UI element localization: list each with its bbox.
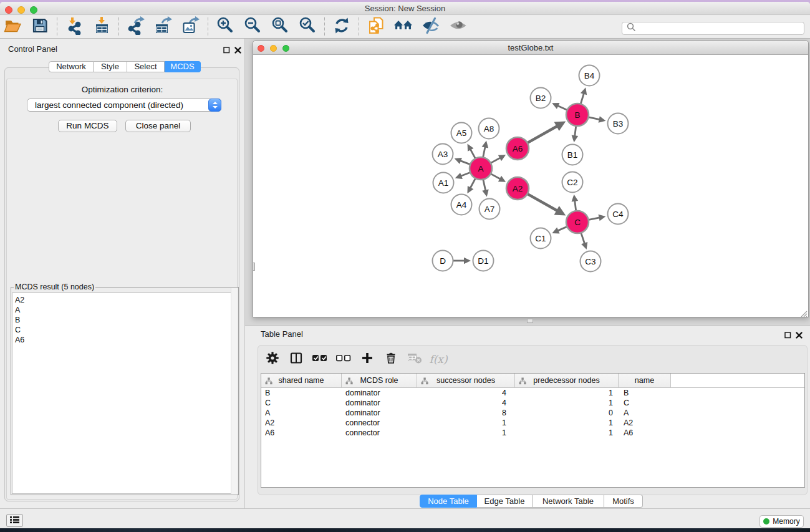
graph-node-b3[interactable]: B3 <box>608 114 629 134</box>
table-row-b[interactable]: Bdominator41B <box>261 388 804 398</box>
graph-node-c4[interactable]: C4 <box>608 204 629 225</box>
graph-node-b4[interactable]: B4 <box>579 65 600 86</box>
close-table-panel-icon[interactable] <box>796 330 803 341</box>
graph-node-d[interactable]: D <box>433 251 453 271</box>
graph-node-a7[interactable]: A7 <box>480 199 500 220</box>
export-network-button[interactable] <box>122 16 150 37</box>
save-icon <box>31 16 49 37</box>
result-item-a[interactable]: A <box>12 305 237 315</box>
graph-node-c2[interactable]: C2 <box>562 172 583 193</box>
optimization-criterion-select[interactable]: largest connected component (directed) <box>27 99 221 112</box>
zoom-selected-button[interactable] <box>294 16 321 37</box>
tab-edge-table[interactable]: Edge Table <box>477 495 533 508</box>
hide-graphics-details-button[interactable] <box>417 16 445 37</box>
mcds-result-list[interactable]: A2ABCA6 <box>12 293 238 494</box>
show-column-panel-button[interactable] <box>284 350 308 369</box>
delete-columns-button[interactable] <box>379 350 403 369</box>
graph-node-b1[interactable]: B1 <box>562 145 583 165</box>
table-row-a6[interactable]: A6connector11A6 <box>261 428 804 438</box>
graph-node-a6[interactable]: A6 <box>506 137 529 160</box>
graph-node-a3[interactable]: A3 <box>433 144 453 165</box>
resize-grip-icon[interactable] <box>800 309 808 316</box>
tab-mcds[interactable]: MCDS <box>165 61 201 72</box>
select-all-columns-button[interactable] <box>308 350 332 369</box>
result-item-a2[interactable]: A2 <box>12 295 237 305</box>
graph-node-c1[interactable]: C1 <box>531 228 551 249</box>
cell-shared-name: A <box>261 408 342 418</box>
create-new-column-button[interactable] <box>355 350 379 369</box>
mcds-result-title: MCDS result (5 nodes) <box>14 283 95 291</box>
graph-node-c3[interactable]: C3 <box>581 251 601 272</box>
close-panel-icon[interactable] <box>234 45 241 56</box>
zoom-fit-button[interactable] <box>266 16 294 37</box>
table-options-button[interactable] <box>261 350 284 369</box>
show-graphics-details-button[interactable] <box>445 16 472 37</box>
tab-style[interactable]: Style <box>94 61 127 72</box>
apply-layout-button[interactable] <box>328 16 355 37</box>
network-minimize-icon[interactable] <box>270 45 277 52</box>
save-session-button[interactable] <box>26 16 54 37</box>
table-body: Bdominator41BCdominator41CAdominator80AA… <box>261 388 804 438</box>
open-session-button[interactable] <box>0 16 26 37</box>
tab-node-table[interactable]: Node Table <box>420 495 477 508</box>
new-network-from-selection-button[interactable] <box>362 16 390 37</box>
result-item-c[interactable]: C <box>12 325 237 335</box>
tab-network-table[interactable]: Network Table <box>533 495 604 508</box>
import-network-button[interactable] <box>60 16 88 37</box>
search-field[interactable] <box>622 22 804 35</box>
result-item-b[interactable]: B <box>12 315 237 325</box>
network-graph[interactable]: B4B2BB3B1A5A8A6A3AA1A2C2A4A7C4CC1C3DD1 <box>253 55 808 317</box>
graph-node-a1[interactable]: A1 <box>433 173 454 193</box>
float-panel-icon[interactable] <box>223 45 230 56</box>
result-list-scrollbar[interactable] <box>231 288 238 494</box>
splitter-handle[interactable] <box>527 319 533 323</box>
table-row-c[interactable]: Cdominator41C <box>261 398 804 408</box>
run-mcds-button[interactable]: Run MCDS <box>58 120 117 132</box>
delete-table-icon <box>407 351 422 367</box>
graph-node-a[interactable]: A <box>470 157 492 180</box>
column-header-name[interactable]: name <box>619 374 671 387</box>
graph-node-b[interactable]: B <box>566 104 589 126</box>
network-maximize-icon[interactable] <box>282 45 289 52</box>
graph-node-c[interactable]: C <box>566 211 589 233</box>
export-table-button[interactable] <box>150 16 177 37</box>
column-header-predecessor-nodes[interactable]: predecessor nodes <box>515 374 619 387</box>
tab-network[interactable]: Network <box>49 61 94 72</box>
unselect-all-columns-button[interactable] <box>332 350 355 369</box>
import-table-button[interactable] <box>88 16 115 37</box>
cell-predecessor-nodes: 1 <box>515 428 619 438</box>
memory-button[interactable]: Memory <box>759 515 804 528</box>
memory-label: Memory <box>773 517 799 526</box>
search-input[interactable] <box>636 24 804 33</box>
network-window-titlebar[interactable]: testGlobe.txt <box>253 41 808 55</box>
table-row-a2[interactable]: A2connector11A2 <box>261 418 804 428</box>
window-edge-grip[interactable] <box>253 263 255 271</box>
edge-a2-c[interactable] <box>526 193 557 211</box>
close-panel-button[interactable]: Close panel <box>125 120 191 132</box>
graph-node-a4[interactable]: A4 <box>451 195 472 215</box>
graph-node-a5[interactable]: A5 <box>451 123 472 143</box>
column-header-MCDS-role[interactable]: MCDS role <box>342 374 417 387</box>
table-panel: Table Panel f(x) shared nameMCDS rolesuc… <box>245 326 810 508</box>
zoom-out-button[interactable] <box>239 16 266 37</box>
result-item-a6[interactable]: A6 <box>12 335 237 345</box>
tab-motifs[interactable]: Motifs <box>604 495 643 508</box>
float-table-panel-icon[interactable] <box>784 330 791 341</box>
show-panels-button[interactable] <box>6 514 23 527</box>
network-canvas[interactable]: B4B2BB3B1A5A8A6A3AA1A2C2A4A7C4CC1C3DD1 <box>253 55 808 317</box>
tab-select[interactable]: Select <box>127 61 165 72</box>
edge-a6-b[interactable] <box>526 126 557 143</box>
table-row-a[interactable]: Adominator80A <box>261 408 804 418</box>
column-header-successor-nodes[interactable]: successor nodes <box>417 374 515 387</box>
network-close-icon[interactable] <box>258 45 264 52</box>
graph-node-a2[interactable]: A2 <box>506 177 529 200</box>
graph-node-a8[interactable]: A8 <box>479 118 499 139</box>
app-window: Session: New Session Control Panel Netwo… <box>0 2 810 528</box>
first-neighbors-button[interactable] <box>390 16 417 37</box>
export-image-button[interactable] <box>177 16 205 37</box>
zoom-in-button[interactable] <box>211 16 239 37</box>
column-header-shared-name[interactable]: shared name <box>261 374 342 387</box>
graph-node-d1[interactable]: D1 <box>473 251 494 271</box>
import-network-icon <box>65 16 84 37</box>
graph-node-b2[interactable]: B2 <box>531 88 551 109</box>
